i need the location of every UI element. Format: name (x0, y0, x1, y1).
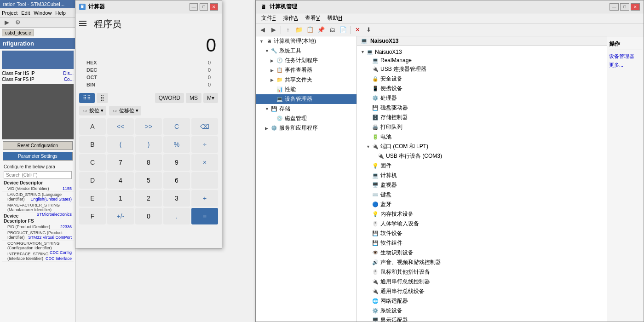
cm-up-button[interactable]: ↑ (283, 25, 293, 35)
cm-dev-root[interactable]: ▼💻NaisuoX13 (359, 48, 605, 56)
ide-tab-file[interactable]: usbd_desc.c (2, 29, 34, 36)
calc-btn-_-29[interactable]: = (191, 208, 218, 224)
calc-btn-_-28[interactable]: . (163, 208, 190, 224)
calc-btn-E-20[interactable]: E (79, 190, 106, 207)
calc-btn-B-5[interactable]: B (79, 136, 106, 153)
cm-dev-item-8[interactable]: 🔋电池 (359, 132, 605, 142)
cm-dev-item-15[interactable]: 🔵蓝牙 (359, 200, 605, 209)
calc-btn-6-18[interactable]: 6 (163, 172, 190, 189)
calc-btn-1-21[interactable]: 1 (107, 190, 134, 207)
cm-details-button[interactable]: 📄 (338, 25, 348, 35)
ms-button[interactable]: MS (186, 93, 201, 103)
cm-dev-item-22[interactable]: 🖱️鼠标和其他指针设备 (359, 267, 605, 277)
cm-menu-file[interactable]: 文件F (258, 13, 279, 23)
calc-btn-_-6[interactable]: ( (107, 136, 134, 153)
cm-dev-item-20[interactable]: 👁️生物识别设备 (359, 248, 605, 258)
shift-dropdown-1[interactable]: ▾ (101, 108, 104, 114)
calc-btn-8-12[interactable]: 8 (135, 154, 162, 171)
calc-btn-A-0[interactable]: A (79, 118, 106, 135)
cm-delete-button[interactable]: ✕ (352, 25, 362, 35)
calc-btn-C-3[interactable]: C (163, 118, 190, 135)
cm-tree-system-tools[interactable]: ▼ 🔧 系统工具 (256, 46, 356, 56)
cm-tree-services[interactable]: ▶ ⚙️ 服务和应用程序 (256, 123, 356, 133)
calc-btn-5-17[interactable]: 5 (135, 172, 162, 189)
cm-maximize-button[interactable]: □ (620, 3, 629, 11)
calc-btn-F-25[interactable]: F (79, 208, 106, 224)
cm-menu-help[interactable]: 帮助H (323, 13, 346, 23)
cm-action-device-manager[interactable]: 设备管理器 (609, 52, 642, 61)
calc-btn-___-26[interactable]: +/- (107, 208, 134, 224)
cm-dev-item-12[interactable]: 💻计算机 (359, 171, 605, 180)
cm-dev-item-17[interactable]: 🖱️人体学输入设备 (359, 219, 605, 229)
cm-copy-button[interactable]: 📋 (305, 25, 315, 35)
ide-menu-edit[interactable]: Edit (21, 10, 30, 16)
cm-tree-performance[interactable]: 📊 性能 (256, 85, 356, 94)
cm-tree-shared-folders[interactable]: ▶ 📁 共享文件夹 (256, 75, 356, 85)
cm-dev-item-13[interactable]: 🖥️监视器 (359, 180, 605, 190)
cm-dev-item-10[interactable]: 🔌USB 串行设备 (COM3) (359, 151, 605, 161)
bit-shift-button-1[interactable]: ↔ 按位 ▾ (79, 106, 106, 115)
cm-menu-action[interactable]: 操作A (279, 13, 301, 23)
cm-dev-item-24[interactable]: 🔌通用串行总线设备 (359, 287, 605, 296)
parameter-settings-button[interactable]: Parameter Settings (3, 152, 73, 161)
ide-menu-project[interactable]: Project (2, 10, 17, 16)
cm-tree-event-viewer[interactable]: ▶ 📋 事件查看器 (256, 65, 356, 75)
cm-dev-item-14[interactable]: ⌨️键盘 (359, 190, 605, 200)
cm-dev-item-9[interactable]: ▼🔌端口 (COM 和 LPT) (359, 142, 605, 151)
calc-hamburger-menu[interactable] (77, 18, 88, 29)
calc-minimize-button[interactable]: — (190, 3, 198, 11)
calc-btn-9-13[interactable]: 9 (163, 154, 190, 171)
cm-dev-item-3[interactable]: 📱便携设备 (359, 84, 605, 93)
cm-dev-item-18[interactable]: 💾软件设备 (359, 229, 605, 238)
calc-btn-__-2[interactable]: >> (135, 118, 162, 135)
cm-close-button[interactable]: ✕ (631, 3, 640, 11)
cm-dev-item-26[interactable]: ⚙️系统设备 (359, 306, 605, 316)
calc-btn-__-1[interactable]: << (107, 118, 134, 135)
cm-dev-item-2[interactable]: 🔒安全设备 (359, 74, 605, 84)
cm-dev-item-11[interactable]: 💡固件 (359, 161, 605, 171)
cm-dev-item-27[interactable]: 🖥️显示适配器 (359, 316, 605, 322)
calc-btn-2-22[interactable]: 2 (135, 190, 162, 207)
calc-btn-_-8[interactable]: % (163, 136, 190, 153)
cm-paste-button[interactable]: 📌 (316, 25, 326, 35)
cm-dev-item-25[interactable]: 🌐网络适配器 (359, 296, 605, 306)
cm-dev-item-23[interactable]: 🔌通用串行总线控制器 (359, 277, 605, 287)
calc-btn-4-16[interactable]: 4 (107, 172, 134, 189)
calc-btn-C-10[interactable]: C (79, 154, 106, 171)
qword-button[interactable]: QWORD (155, 93, 184, 103)
cm-view-button[interactable]: 🗂 (327, 25, 337, 35)
calc-maximize-button[interactable]: □ (200, 3, 208, 11)
ide-menu-window[interactable]: Window (34, 10, 52, 16)
calc-btn-7-11[interactable]: 7 (107, 154, 134, 171)
calc-btn-_-7[interactable]: ) (135, 136, 162, 153)
reset-config-button[interactable]: Reset Configuration (3, 141, 73, 150)
ide-tool-2[interactable]: ⚙ (13, 17, 23, 28)
calc-btn-0-27[interactable]: 0 (135, 208, 162, 224)
cm-dev-item-0[interactable]: 💻RealManage (359, 56, 605, 64)
search-input[interactable] (4, 171, 72, 179)
cm-tree-storage[interactable]: ▼ 💾 存储 (256, 104, 356, 114)
cm-properties-button[interactable]: ⬇ (363, 25, 374, 35)
calc-btn-_-14[interactable]: × (191, 154, 218, 171)
m-button[interactable]: M▾ (203, 93, 218, 103)
cm-dev-item-4[interactable]: ⚙️处理器 (359, 93, 605, 103)
cm-tree-disk-mgmt[interactable]: 💿 磁盘管理 (256, 114, 356, 123)
calc-btn-3-23[interactable]: 3 (163, 190, 190, 207)
cm-tree-root[interactable]: ▼ 🖥 计算机管理(本地) (256, 36, 356, 46)
calc-btn-_-9[interactable]: ÷ (191, 136, 218, 153)
cm-tree-task-scheduler[interactable]: ▶ 🕐 任务计划程序 (256, 56, 356, 65)
calc-btn-_-24[interactable]: + (191, 190, 218, 207)
cm-forward-button[interactable]: ▶ (269, 25, 279, 35)
cm-menu-view[interactable]: 查看V (301, 13, 323, 23)
calc-btn-D-15[interactable]: D (79, 172, 106, 189)
cm-dev-item-7[interactable]: 🖨️打印队列 (359, 122, 605, 132)
cm-dev-item-21[interactable]: 🔊声音、视频和游戏控制器 (359, 258, 605, 267)
calc-list-view-button[interactable]: ⣿ (97, 93, 108, 103)
ide-menu-help[interactable]: Help (55, 10, 66, 16)
cm-action-more[interactable]: 更多... (609, 61, 642, 69)
shift-dropdown-2[interactable]: ▾ (136, 108, 138, 114)
bit-shift-button-2[interactable]: ↔ 位移位 ▾ (109, 106, 141, 115)
ide-tool-1[interactable]: ▶ (2, 17, 12, 28)
cm-tree-device-manager[interactable]: 💻 设备管理器 (256, 94, 356, 104)
cm-dev-item-16[interactable]: 💡内存技术设备 (359, 209, 605, 219)
